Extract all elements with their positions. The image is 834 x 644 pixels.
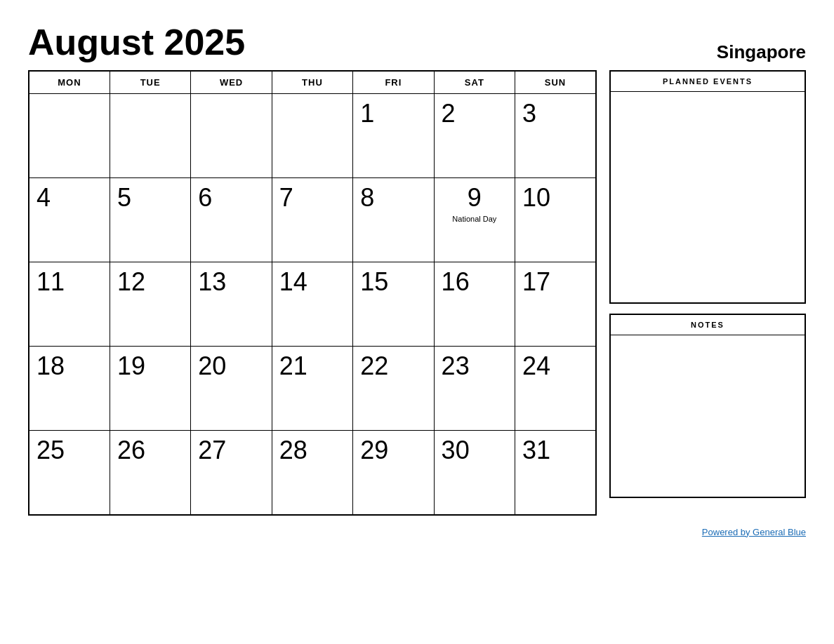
day-number: 27 xyxy=(198,436,264,464)
page-header: August 2025 Singapore xyxy=(28,21,806,63)
day-number: 10 xyxy=(522,184,588,212)
table-row: 16 xyxy=(434,262,515,347)
table-row: 17 xyxy=(515,262,596,347)
col-thu: THU xyxy=(272,71,352,94)
day-number: 2 xyxy=(442,100,508,128)
table-row: 20 xyxy=(191,347,272,431)
day-number: 7 xyxy=(279,184,345,212)
planned-events-body xyxy=(611,92,805,302)
table-row: 1 xyxy=(353,94,434,178)
table-row: 27 xyxy=(191,431,272,515)
day-number: 8 xyxy=(360,184,426,212)
calendar-week-row: 18192021222324 xyxy=(29,347,596,431)
day-number: 16 xyxy=(442,268,508,296)
planned-events-header: PLANNED EVENTS xyxy=(611,72,805,92)
day-number: 25 xyxy=(37,436,102,464)
day-number: 4 xyxy=(37,184,102,212)
table-row: 11 xyxy=(29,262,110,347)
country-title: Singapore xyxy=(717,41,806,63)
day-number: 5 xyxy=(117,184,183,212)
day-number: 14 xyxy=(279,268,345,296)
table-row: 30 xyxy=(434,431,515,515)
table-row: 9National Day xyxy=(434,178,515,262)
month-title: August 2025 xyxy=(28,21,245,63)
col-mon: MON xyxy=(29,71,110,94)
day-number: 18 xyxy=(37,352,102,380)
powered-by-link[interactable]: Powered by General Blue xyxy=(702,527,806,537)
day-number: 21 xyxy=(279,352,345,380)
table-row: 6 xyxy=(191,178,272,262)
col-sun: SUN xyxy=(515,71,596,94)
holiday-label: National Day xyxy=(442,215,508,223)
table-row: 10 xyxy=(515,178,596,262)
day-number: 22 xyxy=(360,352,426,380)
day-number: 20 xyxy=(198,352,264,380)
day-number: 1 xyxy=(360,100,426,128)
table-row: 13 xyxy=(191,262,272,347)
powered-by: Powered by General Blue xyxy=(28,527,806,537)
day-number: 12 xyxy=(117,268,183,296)
table-row: 12 xyxy=(110,262,190,347)
day-number: 17 xyxy=(522,268,588,296)
notes-box: NOTES xyxy=(609,314,806,498)
calendar-week-row: 25262728293031 xyxy=(29,431,596,515)
calendar-section: MON TUE WED THU FRI SAT SUN 123456789Nat… xyxy=(28,70,597,516)
table-row: 24 xyxy=(515,347,596,431)
table-row: 22 xyxy=(353,347,434,431)
main-layout: MON TUE WED THU FRI SAT SUN 123456789Nat… xyxy=(28,70,806,516)
table-row: 29 xyxy=(353,431,434,515)
table-row: 25 xyxy=(29,431,110,515)
day-number: 9 xyxy=(442,184,508,212)
col-tue: TUE xyxy=(110,71,190,94)
day-number: 29 xyxy=(360,436,426,464)
table-row: 8 xyxy=(353,178,434,262)
table-row xyxy=(110,94,190,178)
day-number: 11 xyxy=(37,268,102,296)
col-wed: WED xyxy=(191,71,272,94)
table-row: 31 xyxy=(515,431,596,515)
table-row: 23 xyxy=(434,347,515,431)
calendar-table: MON TUE WED THU FRI SAT SUN 123456789Nat… xyxy=(28,70,597,516)
day-number: 15 xyxy=(360,268,426,296)
day-number: 31 xyxy=(522,436,588,464)
table-row: 5 xyxy=(110,178,190,262)
day-number: 19 xyxy=(117,352,183,380)
day-number: 13 xyxy=(198,268,264,296)
table-row xyxy=(272,94,352,178)
table-row: 19 xyxy=(110,347,190,431)
notes-header: NOTES xyxy=(611,315,805,335)
day-number: 30 xyxy=(442,436,508,464)
table-row: 15 xyxy=(353,262,434,347)
day-number: 23 xyxy=(442,352,508,380)
table-row: 28 xyxy=(272,431,352,515)
table-row: 3 xyxy=(515,94,596,178)
table-row: 2 xyxy=(434,94,515,178)
day-number: 28 xyxy=(279,436,345,464)
day-number: 24 xyxy=(522,352,588,380)
day-number: 6 xyxy=(198,184,264,212)
table-row: 4 xyxy=(29,178,110,262)
table-row xyxy=(29,94,110,178)
day-number: 3 xyxy=(522,100,588,128)
col-fri: FRI xyxy=(353,71,434,94)
planned-events-box: PLANNED EVENTS xyxy=(609,70,806,304)
day-number: 26 xyxy=(117,436,183,464)
table-row: 26 xyxy=(110,431,190,515)
calendar-week-row: 456789National Day10 xyxy=(29,178,596,262)
calendar-week-row: 11121314151617 xyxy=(29,262,596,347)
calendar-week-row: 123 xyxy=(29,94,596,178)
calendar-header-row: MON TUE WED THU FRI SAT SUN xyxy=(29,71,596,94)
table-row: 14 xyxy=(272,262,352,347)
sidebar: PLANNED EVENTS NOTES xyxy=(609,70,806,498)
table-row: 21 xyxy=(272,347,352,431)
col-sat: SAT xyxy=(434,71,515,94)
table-row xyxy=(191,94,272,178)
table-row: 18 xyxy=(29,347,110,431)
table-row: 7 xyxy=(272,178,352,262)
notes-body xyxy=(611,335,805,497)
